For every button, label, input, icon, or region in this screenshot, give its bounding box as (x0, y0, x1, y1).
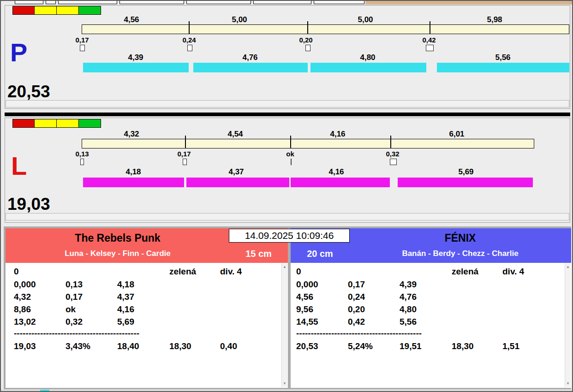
cell: 18,30 (169, 341, 220, 351)
change-time: 0,24 (175, 36, 203, 44)
team-name-right: FÉNIX (349, 230, 571, 245)
scroll-up-icon[interactable]: ▲ (565, 265, 571, 269)
cell: 19,51 (400, 341, 452, 351)
split-time: 4,32 (108, 130, 155, 139)
scroll-up-icon[interactable]: ▲ (282, 265, 287, 269)
traffic-light-bar (12, 6, 101, 15)
cell (220, 279, 266, 290)
cell: 0,24 (348, 292, 400, 302)
split-divider (189, 21, 190, 34)
cell: 4,16 (117, 304, 169, 315)
toolbar-button-partial[interactable] (15, 1, 43, 4)
change-width-indicator (183, 159, 187, 165)
change-time: 0,17 (68, 36, 96, 44)
team-name-left: The Rebels Punk (6, 230, 230, 245)
split-divider (290, 136, 291, 148)
cell: 0,40 (220, 341, 266, 351)
split-progress-bar (82, 24, 569, 34)
cell: 0 (296, 267, 348, 277)
toolbar-button-partial[interactable] (46, 1, 56, 4)
lane-letter-left: L (11, 153, 27, 179)
scroll-down-icon[interactable]: ▼ (565, 381, 571, 386)
split-time: 5,00 (216, 15, 263, 24)
split-time: 5,98 (472, 15, 518, 24)
change-width-indicator (305, 45, 310, 51)
cell: 4,18 (117, 279, 169, 290)
table-row: 9,560,204,80 (296, 304, 549, 315)
cell: 0,13 (66, 279, 117, 290)
table-separator: ----------------------------------------… (296, 328, 422, 339)
table-row: 4,560,244,76 (296, 292, 549, 302)
scrollbar[interactable]: ▲ ▼ (565, 263, 571, 387)
cell: 0,32 (66, 317, 117, 327)
cell (452, 292, 502, 302)
cell: div. 4 (220, 267, 266, 277)
jump-height-left: 15 cm (229, 249, 288, 260)
cell: 0,17 (66, 292, 117, 302)
cell (400, 267, 452, 277)
lane-status-strip (6, 100, 569, 107)
lane-total-left: 19,03 (7, 195, 50, 214)
cell: 4,37 (117, 292, 169, 302)
lane-divider (5, 113, 570, 116)
cell: 18,40 (117, 341, 169, 351)
traffic-light-bar (12, 119, 101, 128)
traffic-light-yellow (35, 6, 57, 15)
leg-bar (83, 178, 184, 187)
cell: 4,76 (400, 292, 452, 302)
toolbar-button-partial[interactable] (186, 1, 251, 4)
cell (117, 267, 169, 277)
leg-bar (291, 178, 390, 187)
split-time: 6,01 (434, 130, 480, 139)
toolbar-button-partial[interactable] (58, 1, 117, 4)
cell (452, 317, 502, 327)
leg-time: 4,18 (110, 167, 156, 177)
split-divider (185, 136, 186, 148)
cell: 0,20 (348, 304, 400, 315)
cell: 5,24% (348, 341, 400, 351)
lane-letter-right: P (10, 40, 27, 65)
cell (502, 317, 549, 327)
cell (502, 292, 549, 302)
cell: 0,17 (348, 279, 400, 290)
change-time: 0,32 (379, 150, 406, 158)
cell: zelená (169, 267, 220, 277)
cell: 5,56 (400, 317, 452, 327)
cell: 13,02 (14, 317, 66, 327)
split-time: 4,16 (315, 130, 361, 139)
split-divider (390, 136, 391, 148)
window-background-strip (365, 1, 572, 5)
cell (220, 317, 266, 327)
traffic-light-green (79, 119, 101, 128)
toolbar-button-partial[interactable] (314, 1, 364, 4)
cell (452, 304, 502, 315)
leg-bar (83, 63, 189, 72)
leg-time: 4,76 (227, 53, 273, 62)
leg-time: 4,39 (113, 53, 159, 62)
traffic-light-red (12, 119, 35, 128)
table-row: 0zelenádiv. 4 (296, 267, 549, 277)
team-dogs-right: Banán - Berdy - Chezz - Charlie (349, 249, 571, 260)
split-divider (430, 21, 430, 34)
cell: 4,80 (400, 304, 452, 315)
leg-time: 4,37 (213, 167, 259, 177)
scrollbar[interactable]: ▲ ▼ (281, 263, 287, 387)
cell (169, 304, 220, 315)
cell: 1,51 (502, 341, 549, 351)
leg-time: 4,16 (313, 167, 359, 177)
scroll-down-icon[interactable]: ▼ (282, 381, 287, 386)
change-width-indicator (80, 159, 84, 165)
cell: 0 (14, 267, 66, 277)
change-time: 0,20 (292, 36, 320, 44)
leg-time: 4,80 (345, 53, 391, 62)
jump-height-right: 20 cm (291, 249, 349, 260)
toolbar-button-partial[interactable] (119, 1, 184, 4)
cell: 0,42 (348, 317, 400, 327)
change-width-indicator (291, 159, 292, 165)
change-width-indicator (426, 45, 434, 51)
lane-status-strip (6, 213, 569, 220)
traffic-light-yellow (57, 6, 79, 15)
leg-bar (186, 178, 289, 187)
table-row: 0,0000,134,18 (14, 279, 266, 290)
toolbar-button-partial[interactable] (253, 1, 311, 4)
